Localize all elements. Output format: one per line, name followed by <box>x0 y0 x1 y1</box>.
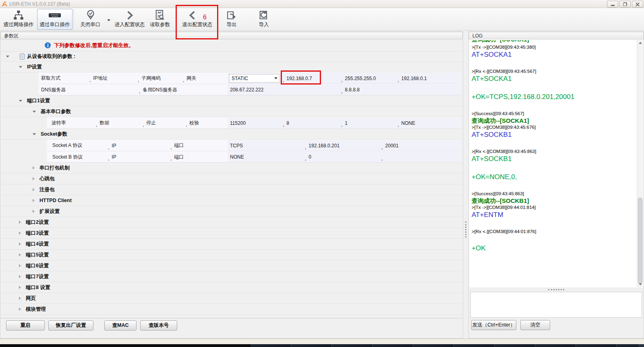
expand-arrow-icon[interactable] <box>33 199 35 202</box>
tree-group-port3[interactable]: 端口3设置 <box>0 228 463 239</box>
tree-group-port5[interactable]: 端口5设置 <box>0 250 463 260</box>
command-input[interactable] <box>470 292 642 318</box>
toolbar-serial-mode-button[interactable]: 通过串口操作 <box>37 9 72 30</box>
restart-button[interactable]: 重启 <box>6 320 45 330</box>
expand-arrow-icon[interactable] <box>19 297 21 300</box>
log-scrollbar[interactable] <box>637 40 643 287</box>
log-entry: +OK <box>472 244 635 253</box>
field-label: IP <box>112 154 116 160</box>
baud-rate-value[interactable]: 115200 <box>230 120 246 126</box>
query-version-button[interactable]: 查版本号 <box>140 320 177 330</box>
expand-arrow-icon[interactable] <box>19 286 21 289</box>
log-blank-line <box>472 139 635 149</box>
tree-group-port4[interactable]: 端口4设置 <box>0 239 463 250</box>
expand-arrow-icon[interactable] <box>19 275 21 278</box>
expand-arrow-icon[interactable] <box>33 210 35 213</box>
log-entry: +OK=NONE,0, <box>472 173 635 182</box>
chevron-down-icon <box>274 77 277 79</box>
tree-group-basic-serial[interactable]: 基本串口参数 <box>0 106 463 117</box>
restore-button[interactable] <box>619 1 631 8</box>
tree-group-label: 端口8 设置 <box>26 284 50 291</box>
socket-a-protocol-value[interactable]: TCPS <box>230 143 243 149</box>
toolbar-label: 导入 <box>259 21 269 28</box>
log-view[interactable]: 查询成功--[SOCKA1] >[Tx ->][COM38][09:43:45:… <box>469 39 643 287</box>
expand-arrow-icon[interactable] <box>19 264 21 267</box>
toolbar-enter-config-button[interactable]: 进入配置状态 <box>111 9 148 30</box>
tree-group-webpage[interactable]: 网页 <box>0 293 463 304</box>
collapse-arrow-icon[interactable] <box>19 66 22 68</box>
expand-arrow-icon[interactable] <box>19 253 21 256</box>
expand-arrow-icon[interactable] <box>19 308 21 311</box>
log-input-splitter[interactable] <box>469 287 643 291</box>
query-mac-button[interactable]: 查MAC <box>104 320 137 330</box>
backup-dns-value[interactable]: 8.8.8.8 <box>345 87 360 93</box>
collapse-arrow-icon[interactable] <box>6 56 9 58</box>
tree-group-registration[interactable]: 注册包 <box>0 184 463 195</box>
tree-group-port7[interactable]: 端口7设置 <box>0 271 463 282</box>
tree-root-params[interactable]: 从设备读取到的参数 : <box>0 52 463 62</box>
socket-a-port-value[interactable]: 20001 <box>385 143 398 149</box>
send-button[interactable]: 发送（Ctrl+Enter） <box>471 320 516 330</box>
collapse-arrow-icon[interactable] <box>19 100 22 102</box>
tree-group-module-management[interactable]: 模块管理 <box>0 304 463 315</box>
data-bits-value[interactable]: 8 <box>286 120 289 126</box>
toolbar-label: 读取参数 <box>150 21 170 28</box>
subnet-mask-value[interactable]: 255.255.255.0 <box>345 76 376 81</box>
socket-a-ip-value[interactable]: 192.168.0.201 <box>309 143 340 149</box>
tree-group-packing[interactable]: 串口打包机制 <box>0 163 463 174</box>
restore-icon <box>623 2 627 6</box>
socket-b-protocol-value[interactable]: NONE <box>230 154 244 160</box>
chevron-down-icon[interactable] <box>107 19 110 21</box>
expand-arrow-icon[interactable] <box>19 221 21 224</box>
minimize-button[interactable] <box>607 1 618 8</box>
status-bar <box>0 339 644 344</box>
tree-group-extended[interactable]: 扩展设置 <box>0 206 463 217</box>
tree-group-socket-params[interactable]: Socket参数 <box>0 129 463 140</box>
scroll-down-button[interactable] <box>637 281 643 287</box>
parity-value[interactable]: NONE <box>401 120 415 126</box>
stop-bits-value[interactable]: 1 <box>345 120 348 126</box>
tree-group-port2[interactable]: 端口2设置 <box>0 217 463 228</box>
panel-splitter[interactable] <box>463 31 468 339</box>
log-blank-line <box>472 163 635 173</box>
expand-arrow-icon[interactable] <box>33 177 35 180</box>
collapse-arrow-icon[interactable] <box>33 133 36 135</box>
expand-arrow-icon[interactable] <box>33 188 35 191</box>
expand-arrow-icon[interactable] <box>19 231 21 235</box>
toolbar-close-serial-button[interactable]: 关闭串口 <box>75 9 106 30</box>
export-icon <box>226 9 237 21</box>
toolbar-read-params-button[interactable]: 读取参数 <box>146 9 174 30</box>
tree-group-port1-settings[interactable]: 端口1设置 <box>0 95 463 106</box>
tree-group-port6[interactable]: 端口6设置 <box>0 260 463 271</box>
scroll-up-button[interactable] <box>637 40 643 45</box>
restart-notice-row: 下列参数修改后,需重启才能生效。 <box>0 39 463 52</box>
clear-button[interactable]: 清空 <box>520 320 550 330</box>
minimize-icon <box>611 5 615 6</box>
factory-reset-button[interactable]: 恢复出厂设置 <box>48 320 93 330</box>
tree-group-label: 端口2设置 <box>26 219 49 226</box>
tree-group-ip-settings[interactable]: IP设置 <box>0 62 463 72</box>
scrollbar-thumb[interactable] <box>638 198 642 284</box>
splitter-grip <box>465 221 466 238</box>
dns-server-value[interactable]: 208.67.222.222 <box>230 87 263 93</box>
toolbar-label: 通过网络操作 <box>4 21 34 28</box>
toolbar-network-mode-button[interactable]: 通过网络操作 <box>1 9 36 30</box>
close-button[interactable] <box>632 1 643 8</box>
tree-group-heartbeat[interactable]: 心跳包 <box>0 174 463 184</box>
toolbar-export-button[interactable]: 导出 <box>219 9 244 30</box>
expand-arrow-icon[interactable] <box>19 242 21 246</box>
acquire-mode-select[interactable]: STATIC <box>229 74 280 83</box>
log-entry: 查询成功--[SOCKB1] <box>472 197 635 204</box>
tree-group-port8[interactable]: 端口8 设置 <box>0 282 463 293</box>
collapse-arrow-icon[interactable] <box>33 111 36 113</box>
field-label: DNS服务器 <box>39 85 139 95</box>
tree-group-httpd-client[interactable]: HTTPD Client <box>0 195 463 206</box>
splitter-grip <box>548 289 564 290</box>
log-blank-line <box>472 59 635 68</box>
socket-b-ip-value[interactable]: 0 <box>309 154 311 160</box>
gateway-value[interactable]: 192.168.0.1 <box>401 76 427 81</box>
field-label: 数据 <box>99 120 109 126</box>
expand-arrow-icon[interactable] <box>33 166 35 169</box>
tree-group-label: 扩展设置 <box>39 208 60 215</box>
toolbar-import-button[interactable]: 导入 <box>252 9 276 30</box>
